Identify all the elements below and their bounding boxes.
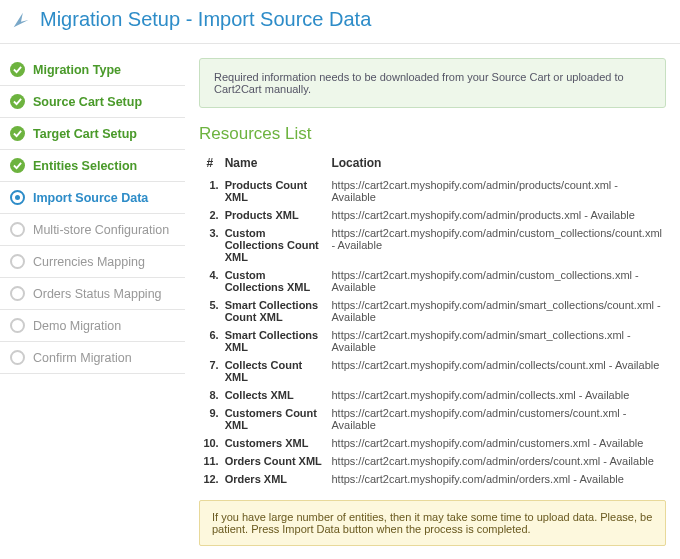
table-row: 7.Collects Count XMLhttps://cart2cart.my… (199, 356, 666, 386)
step-label: Currencies Mapping (33, 255, 145, 269)
table-row: 4.Custom Collections XMLhttps://cart2car… (199, 266, 666, 296)
info-message: Required information needs to be downloa… (199, 58, 666, 108)
pending-step-icon (10, 254, 25, 269)
step-label: Confirm Migration (33, 351, 132, 365)
check-icon (10, 126, 25, 141)
active-step-icon (10, 190, 25, 205)
resource-name: Products Count XML (221, 176, 328, 206)
step-label: Migration Type (33, 63, 121, 77)
row-number: 7. (199, 356, 221, 386)
row-number: 3. (199, 224, 221, 266)
pending-step-icon (10, 222, 25, 237)
resources-table: # Name Location 1.Products Count XMLhttp… (199, 152, 666, 488)
row-number: 2. (199, 206, 221, 224)
pending-step-icon (10, 318, 25, 333)
step-label: Entities Selection (33, 159, 137, 173)
col-location: Location (327, 152, 666, 176)
row-number: 4. (199, 266, 221, 296)
migration-arrow-icon (10, 9, 32, 31)
resource-name: Customers XML (221, 434, 328, 452)
page-title: Migration Setup - Import Source Data (40, 8, 371, 31)
row-number: 5. (199, 296, 221, 326)
page-header: Migration Setup - Import Source Data (0, 0, 680, 44)
resource-location: https://cart2cart.myshopify.com/admin/cu… (327, 224, 666, 266)
row-number: 12. (199, 470, 221, 488)
resource-name: Orders Count XML (221, 452, 328, 470)
step-item[interactable]: Multi-store Configuration (0, 214, 185, 246)
check-icon (10, 94, 25, 109)
resource-location: https://cart2cart.myshopify.com/admin/pr… (327, 176, 666, 206)
table-row: 9.Customers Count XMLhttps://cart2cart.m… (199, 404, 666, 434)
row-number: 10. (199, 434, 221, 452)
step-item[interactable]: Import Source Data (0, 182, 185, 214)
step-item[interactable]: Source Cart Setup (0, 86, 185, 118)
resource-location: https://cart2cart.myshopify.com/admin/or… (327, 452, 666, 470)
resource-name: Smart Collections XML (221, 326, 328, 356)
resource-location: https://cart2cart.myshopify.com/admin/sm… (327, 296, 666, 326)
step-label: Orders Status Mapping (33, 287, 162, 301)
step-item[interactable]: Confirm Migration (0, 342, 185, 374)
resource-location: https://cart2cart.myshopify.com/admin/co… (327, 386, 666, 404)
check-icon (10, 158, 25, 173)
step-item[interactable]: Demo Migration (0, 310, 185, 342)
row-number: 11. (199, 452, 221, 470)
main-panel: Required information needs to be downloa… (185, 44, 680, 559)
pending-step-icon (10, 350, 25, 365)
row-number: 1. (199, 176, 221, 206)
step-label: Source Cart Setup (33, 95, 142, 109)
resource-name: Orders XML (221, 470, 328, 488)
col-name: Name (221, 152, 328, 176)
step-label: Target Cart Setup (33, 127, 137, 141)
steps-sidebar: Migration TypeSource Cart SetupTarget Ca… (0, 44, 185, 559)
check-icon (10, 62, 25, 77)
resource-location: https://cart2cart.myshopify.com/admin/cu… (327, 434, 666, 452)
step-label: Import Source Data (33, 191, 148, 205)
resource-location: https://cart2cart.myshopify.com/admin/cu… (327, 266, 666, 296)
resource-name: Products XML (221, 206, 328, 224)
resource-name: Collects Count XML (221, 356, 328, 386)
resource-name: Custom Collections XML (221, 266, 328, 296)
resource-location: https://cart2cart.myshopify.com/admin/sm… (327, 326, 666, 356)
step-item[interactable]: Migration Type (0, 54, 185, 86)
step-item[interactable]: Currencies Mapping (0, 246, 185, 278)
row-number: 6. (199, 326, 221, 356)
resource-location: https://cart2cart.myshopify.com/admin/or… (327, 470, 666, 488)
step-item[interactable]: Target Cart Setup (0, 118, 185, 150)
table-row: 6.Smart Collections XMLhttps://cart2cart… (199, 326, 666, 356)
row-number: 8. (199, 386, 221, 404)
table-row: 8.Collects XMLhttps://cart2cart.myshopif… (199, 386, 666, 404)
row-number: 9. (199, 404, 221, 434)
step-item[interactable]: Orders Status Mapping (0, 278, 185, 310)
resource-location: https://cart2cart.myshopify.com/admin/co… (327, 356, 666, 386)
pending-step-icon (10, 286, 25, 301)
warning-message: If you have large number of entities, th… (199, 500, 666, 546)
col-num: # (199, 152, 221, 176)
table-row: 5.Smart Collections Count XMLhttps://car… (199, 296, 666, 326)
resource-name: Collects XML (221, 386, 328, 404)
resource-name: Custom Collections Count XML (221, 224, 328, 266)
step-item[interactable]: Entities Selection (0, 150, 185, 182)
table-row: 11.Orders Count XMLhttps://cart2cart.mys… (199, 452, 666, 470)
table-row: 10.Customers XMLhttps://cart2cart.myshop… (199, 434, 666, 452)
table-row: 3.Custom Collections Count XMLhttps://ca… (199, 224, 666, 266)
resource-name: Customers Count XML (221, 404, 328, 434)
resources-title: Resources List (199, 124, 666, 144)
resource-location: https://cart2cart.myshopify.com/admin/cu… (327, 404, 666, 434)
resource-name: Smart Collections Count XML (221, 296, 328, 326)
resource-location: https://cart2cart.myshopify.com/admin/pr… (327, 206, 666, 224)
table-row: 2.Products XMLhttps://cart2cart.myshopif… (199, 206, 666, 224)
table-row: 1.Products Count XMLhttps://cart2cart.my… (199, 176, 666, 206)
table-row: 12.Orders XMLhttps://cart2cart.myshopify… (199, 470, 666, 488)
step-label: Demo Migration (33, 319, 121, 333)
step-label: Multi-store Configuration (33, 223, 169, 237)
